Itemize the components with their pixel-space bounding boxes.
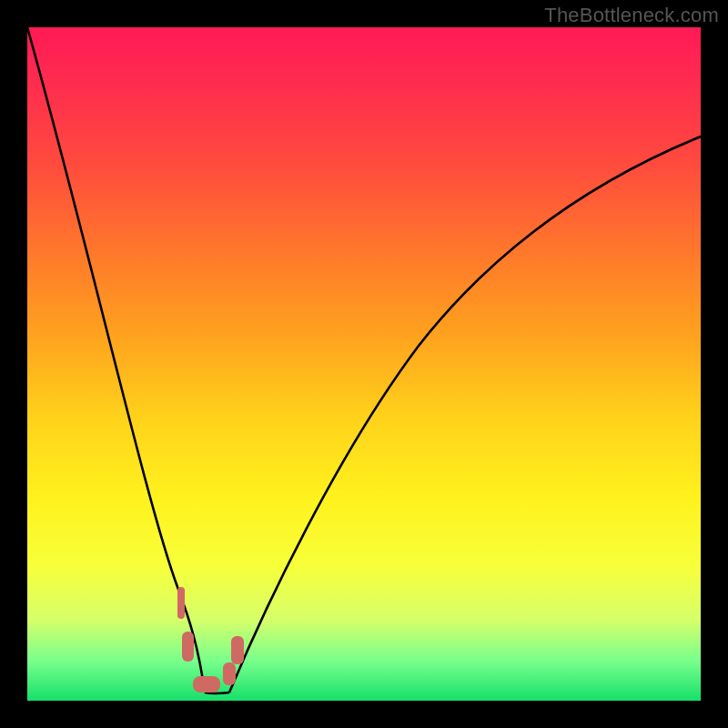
curve-valley [205, 693, 229, 693]
curve-svg [27, 27, 701, 701]
plot-area [27, 27, 701, 701]
marker-blob [231, 636, 244, 664]
marker-blob [193, 676, 220, 693]
marker-blob [223, 662, 236, 685]
curve-right-branch [229, 136, 701, 693]
marker-blob [177, 587, 185, 619]
marker-blob [182, 632, 194, 662]
watermark-text: TheBottleneck.com [544, 4, 719, 27]
